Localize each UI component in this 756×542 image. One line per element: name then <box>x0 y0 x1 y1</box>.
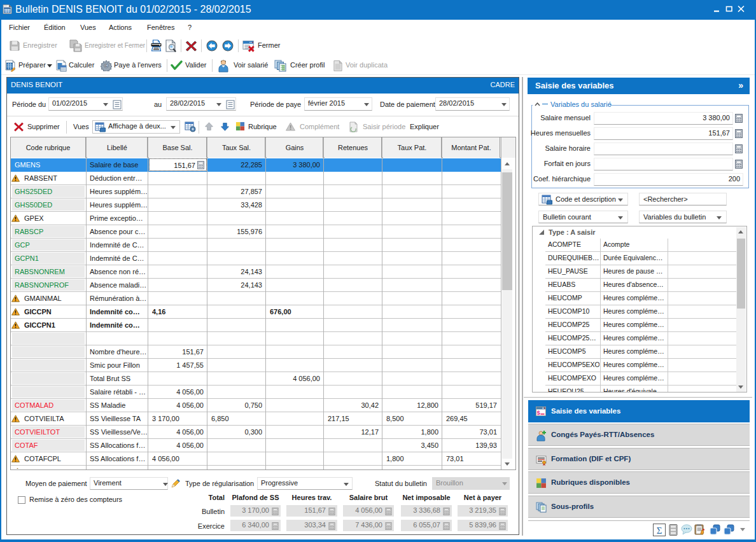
svg-text:G: G <box>105 64 108 67</box>
svg-text:$: $ <box>537 409 541 416</box>
svg-text:Σ: Σ <box>657 525 662 536</box>
